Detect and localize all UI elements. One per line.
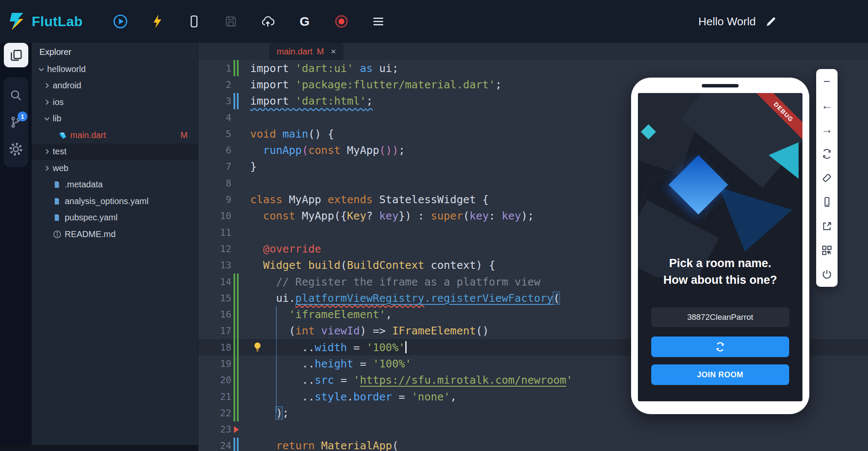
- code-text: return MaterialApp(: [250, 439, 398, 451]
- files-copy-icon: [9, 48, 23, 62]
- logo[interactable]: FlutLab: [7, 12, 83, 31]
- tree-item-label: README.md: [65, 229, 116, 239]
- save-icon[interactable]: [223, 14, 239, 29]
- tree-item-pubspec-yaml[interactable]: pubspec.yaml: [32, 210, 198, 226]
- room-name-input[interactable]: 38872CleanParrot: [651, 307, 789, 327]
- tree-item-label: helloworld: [47, 64, 86, 74]
- record-icon[interactable]: [334, 14, 349, 29]
- join-room-button[interactable]: JOIN ROOM: [651, 364, 789, 385]
- run-button[interactable]: [113, 14, 128, 29]
- line-number: 20: [198, 375, 231, 385]
- dart-file-icon: [58, 130, 68, 140]
- qr-code-icon: [821, 245, 832, 256]
- code-line-24[interactable]: 24 return MaterialApp(: [198, 438, 868, 451]
- code-text: );: [250, 407, 289, 419]
- chevron-down-icon[interactable]: [38, 65, 47, 73]
- code-line-1[interactable]: 1import 'dart:ui' as ui;: [198, 60, 868, 76]
- qr-code-button[interactable]: [820, 244, 833, 257]
- headline-line-1: Pick a room name.: [638, 255, 802, 272]
- gutter-green-change-marker: [233, 60, 239, 76]
- tree-item-test[interactable]: test: [32, 144, 198, 160]
- tree-item-ios[interactable]: ios: [32, 94, 198, 111]
- cloud-upload-icon[interactable]: [260, 14, 275, 29]
- chevron-right-icon[interactable]: [43, 164, 53, 172]
- tree-item-label: pubspec.yaml: [65, 213, 117, 222]
- regenerate-room-button[interactable]: [651, 337, 789, 357]
- code-text: ..style.border = 'none',: [250, 391, 457, 403]
- device-frame-button[interactable]: [820, 195, 833, 208]
- open-external-button[interactable]: [820, 220, 833, 233]
- settings-button[interactable]: [9, 142, 23, 156]
- tree-item-web[interactable]: web: [32, 160, 198, 177]
- tree-item--metadata[interactable]: .metadata: [32, 177, 198, 193]
- chevron-right-icon[interactable]: [43, 98, 53, 106]
- gutter-green-change-marker: [233, 306, 239, 322]
- code-text: 'iframeElement',: [250, 308, 392, 321]
- code-text: import 'dart:html';: [250, 95, 373, 107]
- power-button[interactable]: [820, 268, 833, 281]
- lightbulb-hint-icon[interactable]: [252, 342, 263, 353]
- code-text: const MyApp({Key? key}) : super(key: key…: [250, 210, 534, 222]
- top-bar: FlutLab: [0, 0, 868, 43]
- search-icon: [9, 89, 22, 102]
- explorer-panel: Explorer helloworldandroidioslibmain.dar…: [32, 43, 198, 451]
- code-text: // Register the iframe as a platform vie…: [250, 276, 540, 288]
- tab-main-dart[interactable]: main.dart M ×: [269, 43, 344, 60]
- device-preview-icon[interactable]: [186, 14, 202, 29]
- tree-item-label: test: [53, 147, 66, 156]
- tree-item-android[interactable]: android: [32, 78, 198, 94]
- gutter: [233, 208, 239, 224]
- gutter-green-change-marker: [233, 290, 239, 306]
- tab-close-icon[interactable]: ×: [331, 46, 336, 57]
- chevron-down-icon[interactable]: [43, 114, 53, 123]
- line-number: 24: [198, 440, 231, 451]
- activity-group: 1: [3, 77, 28, 167]
- power-icon: [821, 269, 832, 280]
- code-text: Widget build(BuildContext context) {: [250, 259, 495, 271]
- explorer-files-button[interactable]: [4, 43, 28, 67]
- chevron-right-icon[interactable]: [43, 81, 53, 90]
- back-button[interactable]: ←: [820, 99, 833, 112]
- line-number: 5: [198, 129, 231, 139]
- code-text: import 'package:flutter/material.dart';: [250, 78, 502, 91]
- line-number: 12: [198, 244, 231, 254]
- forward-button[interactable]: →: [820, 123, 833, 136]
- edit-title-pencil-icon[interactable]: [765, 15, 777, 27]
- tree-item-main-dart[interactable]: main.dartM: [32, 127, 198, 144]
- tree-item-analysis-options-yaml[interactable]: analysis_options.yaml: [32, 193, 198, 210]
- tree-item-readme-md[interactable]: README.md: [32, 226, 198, 243]
- line-number: 9: [198, 194, 231, 205]
- tree-item-label: ios: [53, 97, 64, 107]
- text-cursor: [405, 341, 407, 353]
- gutter-green-change-marker: [233, 355, 239, 372]
- line-number: 3: [198, 96, 231, 106]
- chevron-right-icon[interactable]: [43, 147, 53, 156]
- code-text: import 'dart:ui' as ui;: [250, 62, 398, 75]
- modified-badge: M: [180, 130, 188, 140]
- minimize-preview-button[interactable]: −: [820, 75, 833, 88]
- chevron-spacer: [43, 197, 53, 205]
- chevron-spacer: [43, 180, 53, 189]
- quick-build-lightning-icon[interactable]: [150, 14, 165, 29]
- code-text: runApp(const MyApp());: [250, 144, 405, 156]
- reload-preview-button[interactable]: [820, 147, 833, 160]
- tree-item-lib[interactable]: lib: [32, 111, 198, 127]
- menu-icon[interactable]: [371, 14, 386, 29]
- reload-icon: [821, 148, 832, 159]
- rotate-device-button[interactable]: [820, 171, 833, 184]
- gutter-red-change-marker: [233, 421, 239, 438]
- tree-item-label: main.dart: [70, 130, 106, 140]
- google-g-glyph: G: [299, 14, 309, 29]
- code-line-23[interactable]: 23: [198, 421, 868, 438]
- search-button[interactable]: [9, 88, 23, 102]
- git-button[interactable]: 1: [9, 115, 23, 129]
- google-icon[interactable]: G: [297, 14, 312, 29]
- chevron-spacer: [43, 213, 53, 222]
- tree-item-helloworld[interactable]: helloworld: [32, 61, 198, 78]
- code-text: (int viewId) => IFrameElement(): [250, 325, 489, 337]
- file-file-icon: [53, 180, 63, 189]
- gutter-green-change-marker: [233, 323, 239, 339]
- tree-item-label: android: [53, 81, 81, 90]
- tree-item-label: .metadata: [65, 180, 103, 189]
- code-text: @override: [250, 243, 321, 255]
